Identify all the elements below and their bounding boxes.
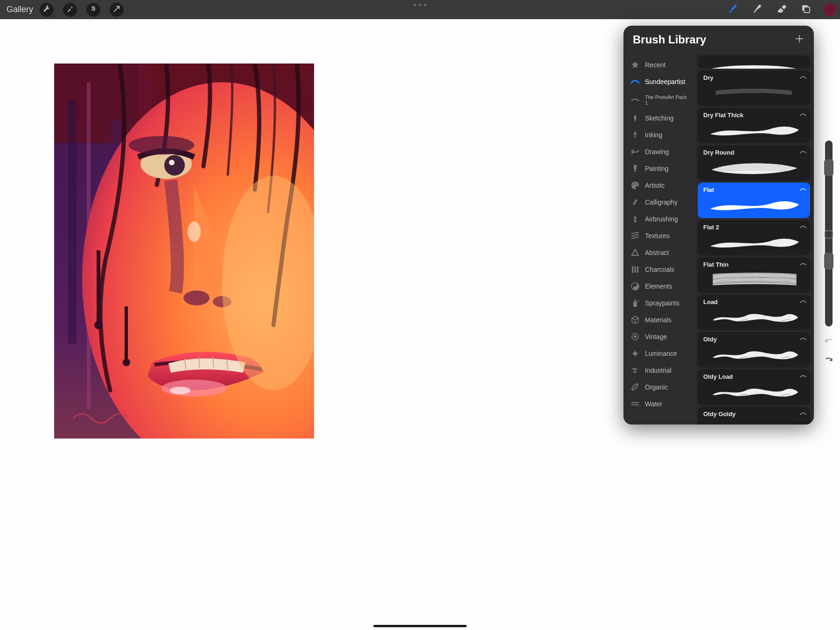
- brush-category-organic[interactable]: Organic: [623, 379, 696, 396]
- brush-category-sundeepartist[interactable]: Sundeepartist: [623, 73, 696, 90]
- layers-button[interactable]: [799, 3, 813, 17]
- leaf-icon: [631, 383, 639, 391]
- undo-button[interactable]: [824, 336, 834, 348]
- brush-category-recent[interactable]: Recent: [623, 57, 696, 73]
- brush-item-dry-flat-thick[interactable]: Dry Flat Thick: [698, 108, 810, 143]
- brush-icon: [728, 3, 739, 16]
- brush-item-oldy[interactable]: Oldy: [698, 332, 810, 368]
- multitask-dots-icon[interactable]: [414, 4, 427, 6]
- brush-item-flat[interactable]: Flat: [698, 183, 810, 218]
- brush-category-spraypaints[interactable]: Spraypaints: [623, 295, 696, 311]
- brush-category-materials[interactable]: Materials: [623, 311, 696, 328]
- redo-button[interactable]: [824, 354, 834, 367]
- brush-category-calligraphy[interactable]: Calligraphy: [623, 194, 696, 211]
- brush-size-slider[interactable]: [825, 141, 833, 326]
- brush-category-sketching[interactable]: Sketching: [623, 110, 696, 127]
- brush-name-label: Flat Thin: [703, 261, 805, 268]
- brush-preview: [703, 119, 805, 142]
- yinyang-icon: [631, 282, 639, 290]
- brush-category-water[interactable]: Water: [623, 396, 696, 412]
- wand-icon: [66, 5, 74, 14]
- calligraphy-icon: [631, 198, 639, 206]
- brush-category-label: Industrial: [645, 367, 672, 374]
- brush-options-icon: [800, 335, 806, 343]
- brush-opacity-thumb[interactable]: [824, 253, 833, 269]
- brush-name-label: Flat 2: [703, 224, 805, 231]
- brush-options-icon: [800, 185, 806, 194]
- svg-rect-1: [804, 7, 810, 13]
- brush-category-label: Vintage: [645, 333, 667, 340]
- brush-category-artistic[interactable]: Artistic: [623, 177, 696, 194]
- brush-category-list[interactable]: RecentSundeepartistThe ProtoArt Pack 1Sk…: [623, 54, 696, 425]
- brush-category-textures[interactable]: Textures: [623, 227, 696, 244]
- brush-library-title: Brush Library: [633, 33, 706, 46]
- brush-category-label: Abstract: [645, 249, 669, 256]
- brush-options-icon: [800, 111, 806, 119]
- home-indicator[interactable]: [373, 625, 467, 627]
- pen-nib-icon: [631, 131, 639, 139]
- brush-modifier-button[interactable]: [825, 230, 833, 239]
- brush-category-label: Organic: [645, 383, 668, 391]
- color-swatch-button[interactable]: [823, 3, 836, 16]
- brush-size-thumb[interactable]: [824, 159, 833, 176]
- brush-list[interactable]: DryDry Flat ThickDry RoundFlatFlat 2Flat…: [696, 54, 814, 425]
- selection-button[interactable]: [86, 3, 100, 17]
- brush-item-flat-2[interactable]: Flat 2: [698, 220, 810, 255]
- brush-category-industrial[interactable]: Industrial: [623, 362, 696, 379]
- brush-category-label: Textures: [645, 232, 670, 240]
- brush-options-icon: [800, 260, 806, 269]
- gallery-button[interactable]: Gallery: [7, 5, 33, 14]
- brush-item-peek[interactable]: [698, 56, 810, 69]
- spraycan-icon: [631, 299, 639, 307]
- brush-options-icon: [800, 410, 806, 418]
- erase-tool-button[interactable]: [775, 3, 789, 17]
- actions-button[interactable]: [40, 3, 54, 17]
- brush-category-protoart[interactable]: The ProtoArt Pack 1: [623, 90, 696, 110]
- brush-name-label: Oldy Goldy: [703, 411, 805, 418]
- eraser-icon: [776, 3, 787, 16]
- brush-category-label: Painting: [645, 165, 669, 172]
- brush-category-abstract[interactable]: Abstract: [623, 244, 696, 261]
- add-brush-button[interactable]: [794, 33, 805, 46]
- right-sidebar: [818, 19, 840, 630]
- svg-point-23: [170, 387, 190, 394]
- smudge-icon: [752, 3, 763, 16]
- canvas-artwork: [54, 64, 314, 439]
- adjustments-button[interactable]: [63, 3, 77, 17]
- scribble-icon: [631, 148, 639, 156]
- brush-options-icon: [800, 223, 806, 231]
- brush-preview: [703, 59, 805, 69]
- brush-category-label: Luminance: [645, 350, 677, 357]
- brush-category-label: Materials: [645, 316, 672, 324]
- brush-item-dry-round[interactable]: Dry Round: [698, 145, 810, 181]
- brush-category-label: Artistic: [645, 182, 665, 189]
- brush-category-elements[interactable]: Elements: [623, 278, 696, 295]
- brush-item-dry[interactable]: Dry: [698, 71, 810, 106]
- brush-name-label: Load: [703, 298, 805, 305]
- layers-icon: [800, 3, 812, 16]
- brush-item-oldy-load[interactable]: Oldy Load: [698, 369, 810, 405]
- brush-item-oldy-goldy[interactable]: Oldy Goldy: [698, 407, 810, 425]
- brush-category-inking[interactable]: Inking: [623, 127, 696, 143]
- brush-category-drawing[interactable]: Drawing: [623, 143, 696, 160]
- brush-preview: [703, 268, 805, 291]
- brush-category-label: Sundeepartist: [645, 78, 685, 85]
- brush-name-label: Dry Flat Thick: [703, 112, 805, 119]
- brush-preview: [703, 305, 805, 328]
- brush-category-painting[interactable]: Painting: [623, 160, 696, 177]
- brush-options-icon: [800, 73, 806, 82]
- star-icon: [631, 61, 639, 69]
- brush-item-load[interactable]: Load: [698, 295, 810, 330]
- brush-category-vintage[interactable]: Vintage: [623, 328, 696, 345]
- triangle-icon: [631, 248, 639, 257]
- brush-category-luminance[interactable]: Luminance: [623, 345, 696, 362]
- brush-category-charcoals[interactable]: Charcoals: [623, 261, 696, 278]
- brush-options-icon: [800, 372, 806, 381]
- brush-tool-button[interactable]: [726, 3, 740, 17]
- brush-preview: [703, 81, 805, 104]
- smudge-tool-button[interactable]: [750, 3, 764, 17]
- brush-category-label: Charcoals: [645, 266, 674, 273]
- transform-button[interactable]: [110, 3, 124, 17]
- brush-item-flat-thin[interactable]: Flat Thin: [698, 257, 810, 293]
- brush-category-airbrushing[interactable]: Airbrushing: [623, 211, 696, 227]
